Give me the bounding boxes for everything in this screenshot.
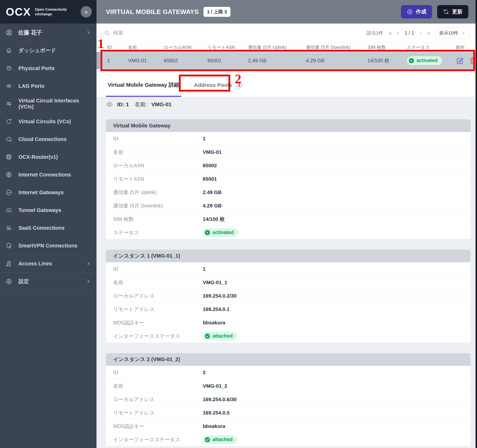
detail-value: 169.254.0.5 bbox=[203, 410, 230, 416]
context-name-label: 名前: bbox=[135, 101, 147, 108]
shield-icon bbox=[6, 242, 12, 249]
detail-label: ID bbox=[113, 136, 203, 142]
detail-label: MD5認証キー bbox=[113, 423, 203, 430]
context-name-value: VMG-01 bbox=[151, 101, 172, 108]
sidebar-item-globe[interactable]: Internet Connections bbox=[0, 166, 96, 184]
detail-row: 通信量 (5月 Downlink)4.29 GB bbox=[106, 199, 471, 212]
detail-label: 通信量 (5月 Downlink) bbox=[113, 202, 203, 209]
sidebar-item-circular[interactable]: Virtual Circuits (VCs) bbox=[0, 113, 96, 130]
sidebar-item-sliders[interactable]: Virtual Circuit Interfaces (VCIs) bbox=[0, 95, 96, 113]
detail-label: ID bbox=[113, 266, 203, 272]
tab-address-pools[interactable]: Address Pools 1 bbox=[192, 78, 245, 97]
detail-label: MD5認証キー bbox=[113, 319, 203, 326]
detail-value: 2 bbox=[203, 370, 206, 376]
brand-tagline: Open Connectivity eXchange bbox=[35, 7, 67, 17]
detail-card: インスタンス 1 (VMG-01_1)ID1名前VMG-01_1ローカルアドレス… bbox=[106, 250, 471, 343]
sliders-icon bbox=[6, 100, 12, 107]
sidebar-item-mesh[interactable]: OCX-Router(v1) bbox=[0, 148, 96, 166]
detail-row: 名前VMG-01 bbox=[106, 145, 471, 159]
logo-area: OCX Open Connectivity eXchange « bbox=[0, 0, 96, 24]
detail-label: 名前 bbox=[113, 383, 203, 389]
page-header: VIRTUAL MOBILE GATEWAYS 1 / 上限 3 作成 更新 bbox=[96, 0, 477, 24]
table-cell: 14/100 枚 bbox=[368, 57, 407, 64]
sidebar-item-gear[interactable]: 設定 bbox=[0, 273, 96, 290]
sidebar-item-globeslash[interactable]: Internet Gateways bbox=[0, 184, 96, 201]
tab-vmg-detail[interactable]: Virtual Mobile Gateway 詳細 bbox=[106, 78, 181, 97]
column-header: リモートASN bbox=[208, 44, 248, 50]
sidebar-item-lag[interactable]: LAG Ports bbox=[0, 77, 96, 95]
detail-label: ID bbox=[113, 370, 203, 376]
detail-row: インターフェースステータスattached bbox=[106, 329, 471, 343]
page-size-select[interactable]: 表示10件 bbox=[435, 27, 469, 39]
row-actions bbox=[456, 56, 477, 65]
search-icon bbox=[104, 30, 110, 36]
user-menu[interactable]: 佐藤 花子 bbox=[0, 24, 96, 42]
table-cell-status: activated bbox=[407, 56, 456, 65]
detail-row: ID2 bbox=[106, 366, 471, 379]
detail-value: 1 bbox=[203, 136, 206, 142]
detail-panel: ID: 1 名前: VMG-01 Virtual Mobile GatewayI… bbox=[96, 97, 477, 448]
result-count: 該当1件 bbox=[366, 30, 383, 36]
table-row[interactable]: 1VMG-0165002650012.49 GB4.29 GB14/100 枚a… bbox=[96, 52, 477, 69]
prev-page-button[interactable]: ‹ bbox=[397, 30, 399, 36]
last-page-button[interactable]: » bbox=[427, 30, 430, 36]
user-icon bbox=[6, 29, 13, 36]
sidebar-item-building[interactable]: Access Lines bbox=[0, 255, 96, 272]
table-cell: 65001 bbox=[208, 58, 248, 64]
eye-icon bbox=[106, 101, 113, 108]
detail-row: 名前VMG-01_1 bbox=[106, 276, 471, 289]
detail-value: 4.29 GB bbox=[203, 203, 221, 209]
sidebar-nav: ダッシュボードPhysical PortsLAG PortsVirtual Ci… bbox=[0, 42, 96, 291]
detail-label: リモートアドレス bbox=[113, 306, 203, 313]
brand-logo: OCX bbox=[6, 6, 31, 18]
column-header: 操作 bbox=[456, 44, 477, 50]
detail-row: ローカルアドレス169.254.0.2/30 bbox=[106, 289, 471, 303]
table-header-row: ID名前ローカルASNリモートASN通信量 (5月 Uplink)通信量 (5月… bbox=[96, 42, 477, 52]
lag-icon bbox=[6, 83, 12, 90]
detail-row: ローカルアドレス169.254.0.6/30 bbox=[106, 393, 471, 406]
first-page-button[interactable]: « bbox=[389, 30, 392, 36]
detail-label: ローカルアドレス bbox=[113, 396, 203, 403]
detail-label: 通信量 (5月 Uplink) bbox=[113, 189, 203, 196]
toolbar: 該当1件 « ‹ 1 / 1 › » 表示10件 bbox=[96, 24, 477, 42]
scrollbar-thumb[interactable] bbox=[96, 52, 100, 69]
sidebar-item-cloud[interactable]: Cloud Connections bbox=[0, 130, 96, 148]
detail-label: ローカルアドレス bbox=[113, 293, 203, 299]
chevron-down-icon bbox=[461, 31, 465, 35]
detail-label: インターフェースステータス bbox=[113, 436, 203, 443]
next-page-button[interactable]: › bbox=[420, 30, 422, 36]
detail-value: 65002 bbox=[203, 163, 217, 168]
detail-label: リモートASN bbox=[113, 176, 203, 182]
port-icon bbox=[6, 65, 12, 72]
page-indicator: 1 / 1 bbox=[405, 30, 414, 36]
detail-value: VMG-01_2 bbox=[203, 383, 227, 389]
sidebar-item-tunnel[interactable]: Tunnel Gateways bbox=[0, 201, 96, 219]
detail-row: インターフェースステータスattached bbox=[106, 433, 471, 446]
globeslash-icon bbox=[6, 189, 12, 196]
create-button[interactable]: 作成 bbox=[401, 5, 432, 18]
saas-icon bbox=[6, 224, 12, 231]
detail-value: 2.49 GB bbox=[203, 190, 221, 195]
search-input[interactable] bbox=[113, 30, 222, 36]
sidebar-item-home[interactable]: ダッシュボード bbox=[0, 42, 96, 59]
table-cell: 4.29 GB bbox=[306, 58, 368, 64]
sidebar-item-shield[interactable]: SmartVPN Connections bbox=[0, 237, 96, 255]
table-cell: 1 bbox=[107, 58, 128, 64]
detail-label: リモートアドレス bbox=[113, 409, 203, 416]
detail-row: MD5認証キーbbsakura bbox=[106, 419, 471, 433]
detail-label: SIM 枚数 bbox=[113, 216, 203, 223]
context-id: ID: 1 bbox=[117, 101, 129, 108]
refresh-button[interactable]: 更新 bbox=[437, 5, 468, 18]
sidebar-item-saas[interactable]: SaaS Connections bbox=[0, 219, 96, 237]
sidebar-item-port[interactable]: Physical Ports bbox=[0, 59, 96, 77]
chevron-right-icon bbox=[86, 279, 91, 284]
circular-icon bbox=[6, 118, 12, 125]
detail-row: MD5認証キーbbsakura bbox=[106, 316, 471, 329]
sidebar-collapse-button[interactable]: « bbox=[81, 6, 92, 17]
column-header: ステータス bbox=[407, 44, 456, 50]
detail-row: ステータスactivated bbox=[106, 226, 471, 239]
column-header: ID bbox=[107, 45, 128, 50]
globe-icon bbox=[6, 171, 12, 178]
status-badge: activated bbox=[203, 228, 238, 237]
edit-button[interactable] bbox=[456, 56, 464, 65]
